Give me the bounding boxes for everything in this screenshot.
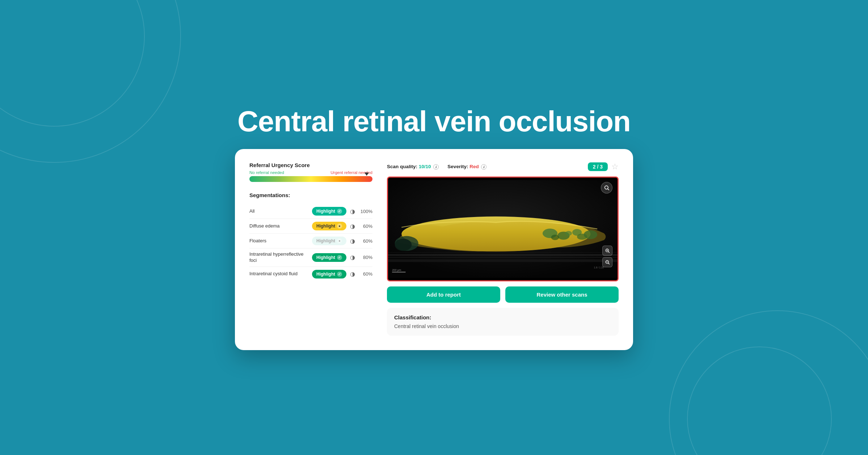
scan-quality-item: Scan quality: 10/10 i: [387, 164, 439, 170]
urgency-label-no-referral: No referral needed: [249, 170, 284, 175]
classification-value: Central retinal vein occlusion: [394, 323, 611, 329]
seg-row-floaters: Floaters Highlight ● ◑ 60%: [249, 234, 372, 248]
svg-line-21: [608, 189, 609, 190]
seg-label-intraretinal-cystoid: Intraretinal cystoid fluid: [249, 271, 312, 277]
svg-point-20: [605, 186, 608, 189]
seg-label-intraretinal-hyper: Intraretinal hyperreflective foci: [249, 251, 312, 264]
segmentations-title: Segmentations:: [249, 192, 372, 198]
bg-decor-circle-1: [0, 0, 145, 127]
oct-scan-image: 200 µm 1.8 / 1.28: [388, 178, 618, 280]
scan-meta: Scan quality: 10/10 i Severity: Red i 2 …: [387, 162, 619, 171]
seg-controls-all: Highlight ✓ ◑ 100%: [312, 207, 372, 216]
seg-controls-floaters: Highlight ● ◑ 60%: [312, 237, 372, 245]
scan-image-wrap: 200 µm 1.8 / 1.28: [387, 177, 619, 281]
svg-rect-2: [388, 254, 618, 256]
scan-quality-value: 10/10: [419, 164, 431, 169]
urgency-bar: [249, 176, 372, 182]
seg-percent-floaters: 60%: [359, 238, 372, 244]
seg-controls-intraretinal-hyper: Highlight ✓ ◑ 80%: [312, 253, 372, 262]
main-card: Referral Urgency Score No referral neede…: [235, 149, 633, 350]
check-icon-diffuse-edema: ●: [337, 224, 342, 229]
svg-point-12: [577, 234, 587, 240]
seg-percent-all: 100%: [359, 209, 372, 214]
scan-search-btn[interactable]: [601, 182, 612, 194]
svg-rect-4: [388, 259, 618, 262]
action-buttons: Add to report Review other scans: [387, 286, 619, 303]
seg-controls-intraretinal-cystoid: Highlight ✓ ◑ 60%: [312, 270, 372, 278]
seg-percent-intraretinal-cystoid: 60%: [359, 271, 372, 277]
scan-severity-value: Red: [469, 164, 479, 169]
contrast-btn-floaters[interactable]: ◑: [349, 237, 356, 245]
urgency-bar-wrap: [249, 176, 372, 182]
review-other-scans-button[interactable]: Review other scans: [505, 286, 619, 303]
highlight-btn-intraretinal-cystoid[interactable]: Highlight ✓: [312, 270, 346, 278]
seg-row-diffuse-edema: Diffuse edema Highlight ● ◑ 60%: [249, 219, 372, 234]
highlight-label-intraretinal-hyper: Highlight: [316, 255, 335, 260]
highlight-label-all: Highlight: [316, 209, 335, 214]
scan-severity-label: Severity:: [447, 164, 468, 169]
svg-point-10: [551, 235, 559, 240]
scan-severity-item: Severity: Red i: [447, 164, 486, 170]
star-button[interactable]: ☆: [611, 162, 619, 171]
contrast-btn-intraretinal-cystoid[interactable]: ◑: [349, 270, 356, 278]
check-icon-intraretinal-hyper: ✓: [337, 255, 342, 260]
left-panel: Referral Urgency Score No referral neede…: [249, 162, 372, 336]
seg-label-all: All: [249, 208, 312, 214]
svg-rect-17: [392, 272, 405, 272]
check-icon-intraretinal-cystoid: ✓: [337, 272, 342, 277]
scan-quality-info-icon[interactable]: i: [433, 164, 439, 170]
seg-label-floaters: Floaters: [249, 238, 312, 244]
svg-point-11: [565, 231, 572, 236]
seg-row-intraretinal-cystoid: Intraretinal cystoid fluid Highlight ✓ ◑…: [249, 267, 372, 281]
zoom-in-button[interactable]: [602, 246, 612, 256]
highlight-btn-all[interactable]: Highlight ✓: [312, 207, 346, 216]
add-to-report-button[interactable]: Add to report: [387, 286, 500, 303]
right-panel: Scan quality: 10/10 i Severity: Red i 2 …: [387, 162, 619, 336]
scan-quality-label: Scan quality:: [387, 164, 417, 169]
page-title: Central retinal vein occlusion: [237, 105, 631, 138]
seg-percent-diffuse-edema: 60%: [359, 224, 372, 229]
seg-label-diffuse-edema: Diffuse edema: [249, 223, 312, 229]
svg-line-23: [608, 252, 610, 253]
seg-row-intraretinal-hyper: Intraretinal hyperreflective foci Highli…: [249, 248, 372, 267]
scan-counter: 2 / 3: [588, 162, 608, 171]
bg-decor-circle-2: [0, 0, 181, 163]
highlight-btn-intraretinal-hyper[interactable]: Highlight ✓: [312, 253, 346, 262]
bg-decor-circle-4: [669, 310, 868, 455]
classification-section: Classification: Central retinal vein occ…: [387, 308, 619, 336]
zoom-out-button[interactable]: [602, 257, 612, 267]
scan-severity-info-icon[interactable]: i: [481, 164, 486, 170]
svg-text:200 µm: 200 µm: [392, 268, 401, 272]
highlight-label-intraretinal-cystoid: Highlight: [316, 272, 335, 277]
urgency-title: Referral Urgency Score: [249, 162, 372, 168]
bg-decor-circle-3: [687, 346, 832, 455]
seg-row-all: All Highlight ✓ ◑ 100%: [249, 204, 372, 219]
highlight-label-floaters: Highlight: [316, 238, 335, 243]
svg-point-14: [395, 239, 412, 251]
urgency-labels: No referral needed Urgent referral neede…: [249, 170, 372, 175]
highlight-label-diffuse-edema: Highlight: [316, 224, 335, 229]
urgency-arrow: [365, 173, 369, 176]
classification-title: Classification:: [394, 314, 611, 320]
contrast-btn-intraretinal-hyper[interactable]: ◑: [349, 253, 356, 261]
highlight-btn-floaters[interactable]: Highlight ●: [312, 237, 346, 245]
scan-counter-wrap: 2 / 3 ☆: [588, 162, 619, 171]
seg-controls-diffuse-edema: Highlight ● ◑ 60%: [312, 222, 372, 230]
scan-zoom-controls: [602, 246, 612, 267]
seg-percent-intraretinal-hyper: 80%: [359, 255, 372, 260]
check-icon-floaters: ●: [337, 238, 342, 243]
svg-rect-3: [388, 257, 618, 258]
contrast-btn-all[interactable]: ◑: [349, 207, 356, 216]
svg-line-27: [608, 263, 610, 264]
contrast-btn-diffuse-edema[interactable]: ◑: [349, 222, 356, 230]
check-icon-all: ✓: [337, 209, 342, 214]
urgency-section: Referral Urgency Score No referral neede…: [249, 162, 372, 182]
highlight-btn-diffuse-edema[interactable]: Highlight ●: [312, 222, 346, 230]
